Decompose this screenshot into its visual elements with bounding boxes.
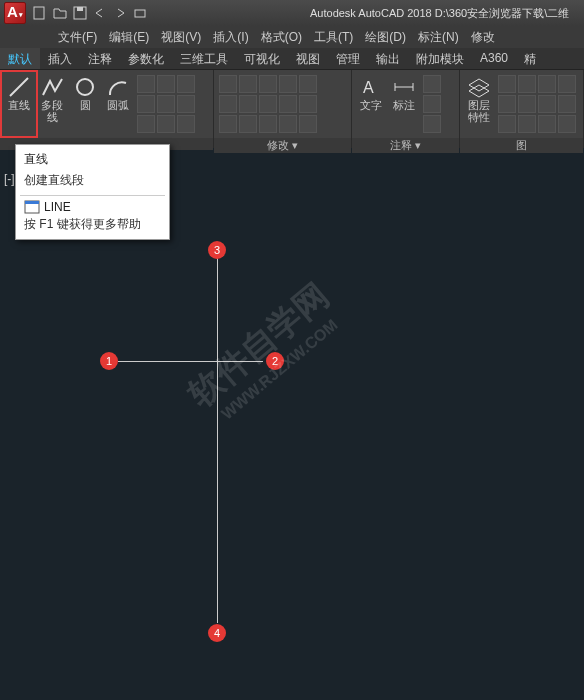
layer-sm-9[interactable] <box>538 115 556 133</box>
draw-sm-2[interactable] <box>137 95 155 113</box>
menu-dim[interactable]: 标注(N) <box>412 29 465 46</box>
layer-props-icon <box>467 75 491 99</box>
qat-new-icon[interactable] <box>32 5 48 21</box>
modify-grid <box>217 73 319 135</box>
mod-mirror-icon[interactable] <box>239 95 257 113</box>
app-logo[interactable]: A <box>4 2 26 24</box>
menu-bar: 文件(F) 编辑(E) 视图(V) 插入(I) 格式(O) 工具(T) 绘图(D… <box>0 26 584 48</box>
menu-modify[interactable]: 修改 <box>465 29 501 46</box>
menu-format[interactable]: 格式(O) <box>255 29 308 46</box>
mod-extra5[interactable] <box>299 95 317 113</box>
marker-2: 2 <box>266 352 284 370</box>
layer-sm-4[interactable] <box>518 75 536 93</box>
annot-table-icon[interactable] <box>423 95 441 113</box>
layer-props-button[interactable]: 图层 特性 <box>463 73 495 135</box>
draw-small-buttons <box>135 73 197 135</box>
tab-annotate[interactable]: 注释 <box>80 48 120 69</box>
menu-edit[interactable]: 编辑(E) <box>103 29 155 46</box>
mod-extra4[interactable] <box>299 75 317 93</box>
qat-undo-icon[interactable] <box>92 5 108 21</box>
cmd-icon <box>24 200 40 214</box>
mod-stretch-icon[interactable] <box>219 115 237 133</box>
menu-view[interactable]: 视图(V) <box>155 29 207 46</box>
line-button[interactable]: 直线 <box>3 73 35 135</box>
draw-sm-8[interactable] <box>177 95 195 113</box>
annot-group-label[interactable]: 注释 ▾ <box>352 138 459 153</box>
mod-extra1[interactable] <box>279 75 297 93</box>
mod-copy-icon[interactable] <box>219 95 237 113</box>
marker-4: 4 <box>208 624 226 642</box>
arc-button[interactable]: 圆弧 <box>102 73 134 135</box>
layer-sm-1[interactable] <box>498 75 516 93</box>
tab-a360[interactable]: A360 <box>472 48 516 69</box>
menu-tools[interactable]: 工具(T) <box>308 29 359 46</box>
mod-scale-icon[interactable] <box>239 115 257 133</box>
draw-sm-6[interactable] <box>157 115 175 133</box>
arc-icon <box>106 75 130 99</box>
marker-3: 3 <box>208 241 226 259</box>
layer-sm-8[interactable] <box>538 95 556 113</box>
draw-sm-1[interactable] <box>137 75 155 93</box>
tab-view[interactable]: 视图 <box>288 48 328 69</box>
layer-sm-6[interactable] <box>518 115 536 133</box>
annot-leader-icon[interactable] <box>423 75 441 93</box>
draw-sm-4[interactable] <box>157 75 175 93</box>
draw-sm-9[interactable] <box>177 115 195 133</box>
tab-insert[interactable]: 插入 <box>40 48 80 69</box>
line-icon <box>7 75 31 99</box>
layer-sm-7[interactable] <box>538 75 556 93</box>
line-label: 直线 <box>8 99 30 111</box>
dim-button[interactable]: 标注 <box>388 73 420 135</box>
draw-sm-3[interactable] <box>137 115 155 133</box>
draw-sm-7[interactable] <box>177 75 195 93</box>
mod-extra2[interactable] <box>279 95 297 113</box>
qat-open-icon[interactable] <box>52 5 68 21</box>
svg-rect-0 <box>34 7 44 19</box>
tab-output[interactable]: 输出 <box>368 48 408 69</box>
annot-extra[interactable] <box>423 115 441 133</box>
mod-array-icon[interactable] <box>259 115 277 133</box>
svg-rect-2 <box>77 7 83 11</box>
qat-print-icon[interactable] <box>132 5 148 21</box>
circle-button[interactable]: 圆 <box>69 73 101 135</box>
tab-addins[interactable]: 附加模块 <box>408 48 472 69</box>
layer-sm-10[interactable] <box>558 75 576 93</box>
tab-default[interactable]: 默认 <box>0 48 40 69</box>
tab-parametric[interactable]: 参数化 <box>120 48 172 69</box>
layer-sm-3[interactable] <box>498 115 516 133</box>
mod-move-icon[interactable] <box>219 75 237 93</box>
menu-file[interactable]: 文件(F) <box>52 29 103 46</box>
menu-draw[interactable]: 绘图(D) <box>359 29 412 46</box>
draw-sm-5[interactable] <box>157 95 175 113</box>
tab-manage[interactable]: 管理 <box>328 48 368 69</box>
mod-extra3[interactable] <box>279 115 297 133</box>
layer-sm-5[interactable] <box>518 95 536 113</box>
mod-rotate-icon[interactable] <box>239 75 257 93</box>
tooltip-cmd: LINE <box>24 200 161 214</box>
layer-group-label[interactable]: 图 <box>460 138 583 153</box>
text-button[interactable]: A 文字 <box>355 73 387 135</box>
mod-trim-icon[interactable] <box>259 75 277 93</box>
ribbon-panel: 直线 多段线 圆 圆弧 <box>0 70 584 148</box>
svg-line-4 <box>10 78 28 96</box>
layer-sm-2[interactable] <box>498 95 516 113</box>
layer-sm-11[interactable] <box>558 95 576 113</box>
watermark-line1: 软件自学网 <box>181 275 336 413</box>
mod-extra6[interactable] <box>299 115 317 133</box>
mod-fillet-icon[interactable] <box>259 95 277 113</box>
tab-3dtools[interactable]: 三维工具 <box>172 48 236 69</box>
dimension-icon <box>392 75 416 99</box>
polyline-button[interactable]: 多段线 <box>36 73 68 135</box>
menu-insert[interactable]: 插入(I) <box>207 29 254 46</box>
tooltip-title: 直线 <box>24 151 161 168</box>
modify-group-label[interactable]: 修改 ▾ <box>214 138 351 153</box>
text-icon: A <box>359 75 383 99</box>
layer-sm-12[interactable] <box>558 115 576 133</box>
tab-extra[interactable]: 精 <box>516 48 544 69</box>
qat-redo-icon[interactable] <box>112 5 128 21</box>
tab-visualize[interactable]: 可视化 <box>236 48 288 69</box>
svg-point-5 <box>77 79 93 95</box>
qat-save-icon[interactable] <box>72 5 88 21</box>
line-tooltip: 直线 创建直线段 LINE 按 F1 键获得更多帮助 <box>15 144 170 240</box>
watermark-line2: WWW.RJZXW.COM <box>209 308 351 431</box>
